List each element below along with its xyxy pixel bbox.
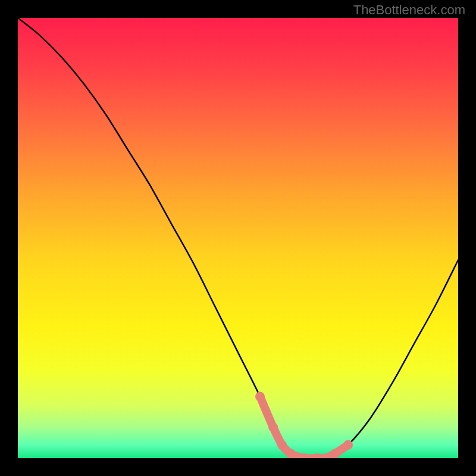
highlight-dot xyxy=(286,449,296,458)
highlight-dot xyxy=(330,449,340,458)
highlight-dot xyxy=(268,422,278,432)
bottleneck-curve-line xyxy=(18,18,458,458)
chart-curve-layer xyxy=(18,18,458,458)
highlight-dot xyxy=(343,440,353,450)
watermark-text: TheBottleneck.com xyxy=(353,2,465,18)
highlight-dot xyxy=(277,440,287,450)
highlight-dot xyxy=(255,392,265,401)
chart-plot-area xyxy=(18,18,458,458)
